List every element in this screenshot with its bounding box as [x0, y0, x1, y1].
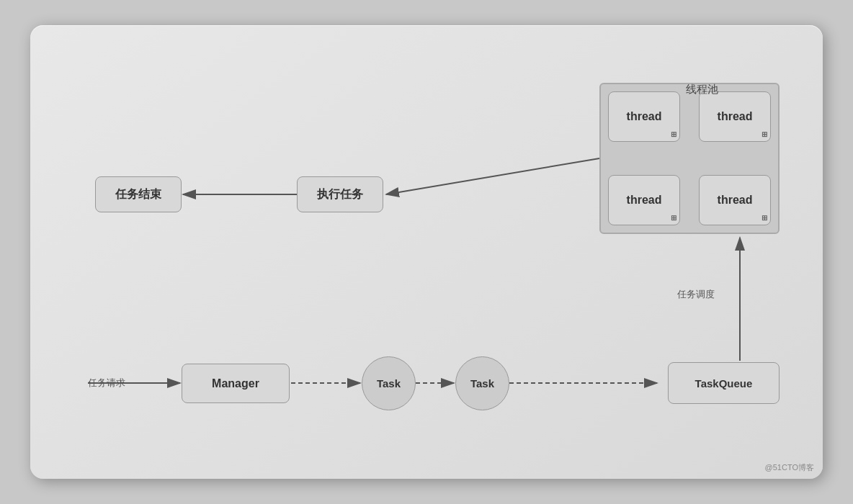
task-schedule-label: 任务调度 [677, 288, 715, 301]
diagram-canvas: thread thread thread thread 线程池 任务结束 执行任… [30, 25, 823, 479]
task-request-label: 任务请求 [88, 377, 125, 390]
thread-box-br: thread [699, 175, 771, 225]
thread-box-bl: thread [608, 175, 680, 225]
watermark: @51CTO博客 [765, 462, 814, 473]
task-circle-2: Task [455, 356, 509, 410]
task-end-box: 任务结束 [95, 176, 182, 212]
thread-box-tr: thread [699, 91, 771, 142]
task-circle-1: Task [362, 356, 416, 410]
thread-pool-label: 线程池 [686, 83, 718, 96]
arrow-pool-to-execute [386, 158, 599, 194]
thread-box-tl: thread [608, 91, 680, 142]
manager-box: Manager [182, 364, 290, 403]
thread-pool-container: thread thread thread thread [599, 83, 780, 234]
taskqueue-box: TaskQueue [668, 362, 780, 404]
execute-box: 执行任务 [297, 176, 383, 212]
